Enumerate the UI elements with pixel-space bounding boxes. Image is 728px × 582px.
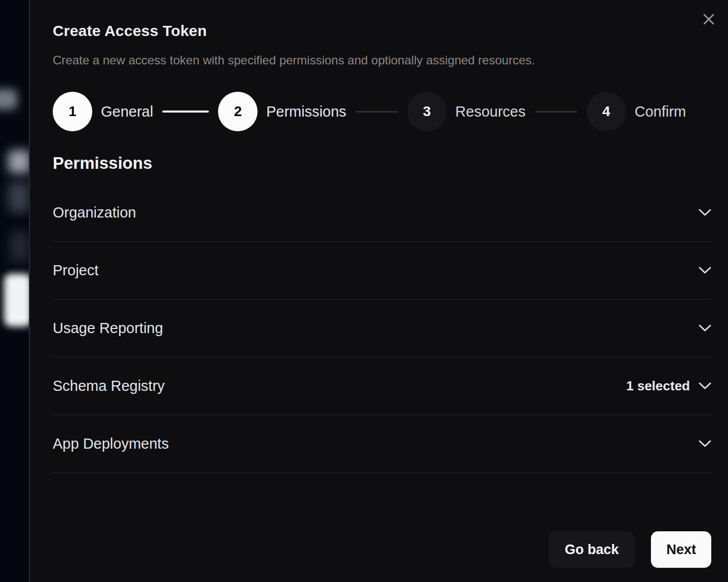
modal-subtitle: Create a new access token with specified… bbox=[53, 53, 712, 68]
permission-group-organization[interactable]: Organization bbox=[53, 184, 712, 242]
step-general[interactable]: 1 General bbox=[53, 92, 153, 131]
chevron-down-icon[interactable] bbox=[698, 266, 712, 275]
permissions-heading: Permissions bbox=[53, 154, 712, 173]
permission-group-label: Schema Registry bbox=[53, 378, 165, 394]
blurred-sidebar-item bbox=[8, 150, 30, 173]
blurred-sidebar-item bbox=[8, 181, 29, 213]
permissions-list: Organization Project Usage Reporting bbox=[53, 184, 712, 473]
permission-group-label: Usage Reporting bbox=[53, 320, 163, 337]
permission-group-schema-registry[interactable]: Schema Registry 1 selected bbox=[53, 357, 712, 415]
modal-footer: Go back Next bbox=[549, 531, 711, 568]
modal-title: Create Access Token bbox=[53, 20, 712, 41]
chevron-down-icon[interactable] bbox=[698, 382, 712, 390]
step-number-circle: 4 bbox=[587, 92, 626, 131]
permission-group-usage-reporting[interactable]: Usage Reporting bbox=[53, 300, 712, 357]
background-app-blurred bbox=[0, 0, 29, 582]
blurred-sidebar-item bbox=[0, 89, 17, 110]
go-back-button[interactable]: Go back bbox=[549, 531, 635, 568]
step-confirm[interactable]: 4 Confirm bbox=[587, 92, 686, 131]
step-connector bbox=[535, 111, 577, 113]
permission-group-app-deployments[interactable]: App Deployments bbox=[53, 415, 712, 473]
selected-count: 1 selected bbox=[626, 378, 690, 394]
close-button[interactable] bbox=[699, 9, 719, 29]
step-number-circle: 3 bbox=[407, 92, 447, 131]
permission-group-label: Organization bbox=[53, 204, 136, 221]
blurred-sidebar-item bbox=[10, 231, 28, 262]
step-number-circle: 2 bbox=[218, 92, 258, 131]
permission-group-label: App Deployments bbox=[53, 435, 169, 452]
chevron-down-icon[interactable] bbox=[698, 324, 712, 333]
step-permissions[interactable]: 2 Permissions bbox=[218, 92, 346, 131]
permission-group-project[interactable]: Project bbox=[53, 242, 712, 300]
create-access-token-modal: Create Access Token Create a new access … bbox=[29, 0, 728, 582]
blurred-sidebar-card bbox=[4, 274, 31, 326]
next-button[interactable]: Next bbox=[651, 531, 711, 568]
step-resources[interactable]: 3 Resources bbox=[407, 92, 526, 131]
step-label: General bbox=[101, 103, 153, 120]
step-label: Resources bbox=[455, 103, 526, 120]
step-label: Permissions bbox=[266, 103, 346, 120]
step-label: Confirm bbox=[635, 103, 686, 120]
step-connector bbox=[355, 111, 398, 113]
step-connector bbox=[162, 111, 209, 113]
permission-group-label: Project bbox=[53, 262, 98, 279]
x-icon bbox=[702, 13, 715, 26]
wizard-stepper: 1 General 2 Permissions 3 Resources 4 Co… bbox=[53, 92, 712, 131]
chevron-down-icon[interactable] bbox=[698, 208, 712, 217]
chevron-down-icon[interactable] bbox=[698, 440, 712, 448]
step-number-circle: 1 bbox=[53, 92, 92, 131]
